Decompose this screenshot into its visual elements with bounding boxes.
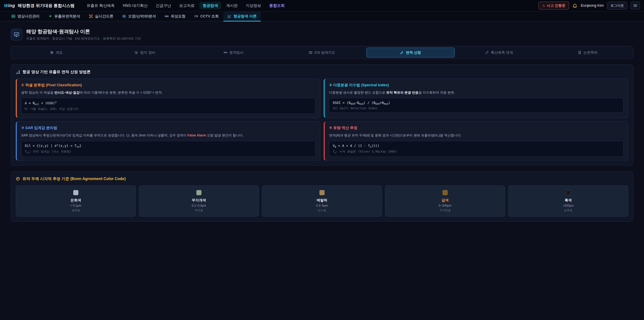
color-swatch (320, 190, 324, 195)
formula-note-text: : 최적 임계값 (국소 적응형) (29, 150, 71, 153)
brand[interactable]: Wing 해양환경 위기대응 통합시스템 (4, 3, 75, 9)
formula-note: Oil Spill Detection Index (333, 107, 620, 110)
formula-block: A = Noil × (GSD)2 N: 기름 픽셀수, GSD: 지상 표본거… (21, 98, 316, 114)
color-swatch (566, 190, 571, 195)
subnav-item-pollution-ship-3d[interactable]: 오염/선박3D분석 (118, 12, 160, 21)
tab-area-calculation[interactable]: 면적 산정 (366, 48, 455, 58)
bonn-name: 갈색 (388, 198, 502, 203)
pencil-icon (400, 51, 404, 54)
formula-text: ) (388, 101, 390, 105)
app-root: Wing 해양환경 위기대응 통합시스템 유출유 확산예측 HNS·대기확산 긴… (0, 0, 644, 320)
subnav-item-image-photo-mgmt[interactable]: 영상사진관리 (8, 12, 44, 21)
subnav-label: 위성요청 (171, 14, 186, 19)
document-icon (578, 51, 582, 54)
method-card-sar-threshold: ③ SAR 임계값 분리법 SAR 영상에서 후방산란계수(σ°)의 임계값 이… (16, 121, 320, 161)
tab-remote-sensing[interactable]: 원격탐사 (189, 48, 278, 58)
bonn-thickness-range: >200μm (511, 204, 625, 207)
warning-icon: ⚠ (542, 4, 545, 7)
tab-diffusion-link[interactable]: 확산예측 연계 (455, 48, 544, 58)
formula-line: OSDI = (BNIR−BRed) / (BNIR+BRed) (333, 101, 620, 105)
bonn-card-rainbow: 무지개색 0.1~0.3μm 박막층 (139, 185, 259, 217)
formula-text: OSDI = (B (333, 101, 351, 105)
bonn-name: 무지개색 (142, 198, 256, 203)
bonn-card-black: 흑색 >200μm 농후층 (508, 185, 628, 217)
subnav-label: 실시간드론 (95, 14, 113, 19)
nav-item-oil-spill-prediction[interactable]: 유출유 확산예측 (83, 2, 118, 10)
subnav-item-cctv-view[interactable]: CCTV 조회 (190, 12, 223, 21)
tab-detection-equipment[interactable]: 탐지 장비 (100, 48, 189, 58)
main-nav: 유출유 확산예측 HNS·대기확산 긴급구난 보고자료 항공탐색 게시판 기상정… (83, 2, 288, 10)
ruler-icon (16, 70, 20, 74)
page-subtitle: 유출유 원격탐지 · 항공감시 기법 · ESI 방제정보지도 · 등록특허 1… (26, 37, 141, 41)
theory-tabbar: 개요 탐지 장비 원격탐사 ESI 방제지도 면적 산정 확산예측 연계 (11, 46, 633, 59)
formula-note: fe: 누적 증발분 (Stiver & Mackay 1984) (333, 150, 620, 154)
app-logo: Wing (4, 3, 15, 8)
formula-block: OSDI = (BNIR−BRed) / (BNIR+BRed) Oil Spi… (329, 98, 624, 113)
subnav-item-aerial-search-theory[interactable]: 항공탐색 이론 (224, 12, 260, 21)
hamburger-menu-button[interactable] (630, 2, 640, 10)
incident-status-label: 사고 진행중 (547, 3, 565, 8)
subnav-label: 오염/선박3D분석 (128, 14, 156, 19)
nav-item-aerial-search[interactable]: 항공탐색 (199, 2, 221, 10)
formula-text: A = N (25, 101, 35, 105)
tab-label: ESI 방제지도 (314, 50, 335, 55)
user-name: Eunjeong Kim (581, 3, 604, 8)
subnav-label: 영상사진관리 (18, 14, 40, 19)
subnav-item-oil-area-analysis[interactable]: 유출유면적분석 (44, 12, 84, 21)
desc-text: 오탐 발생 원인이 됩니다. (206, 133, 243, 137)
bonn-thickness-range: < 0.1μm (19, 204, 133, 207)
bonn-thickness-range: 0.1~0.3μm (142, 204, 256, 207)
subnav-item-realtime-drone[interactable]: 실시간드론 (85, 12, 118, 21)
tab-label: 면적 산정 (406, 50, 421, 55)
bonn-name: 은회색 (19, 198, 133, 203)
nav-item-weather[interactable]: 기상정보 (242, 2, 264, 10)
nav-item-reports[interactable]: 보고자료 (176, 2, 198, 10)
bonn-name: 흑색 (511, 198, 625, 203)
formula-line: Oil = {(x,y) | σ°(x,y) < Tth} (25, 144, 312, 148)
subnav-item-satellite-request[interactable]: 위성요청 (161, 12, 190, 21)
nav-item-board[interactable]: 게시판 (223, 2, 241, 10)
page-header: 해양 항공탐색·원격탐사 이론 유출유 원격탐지 · 항공감시 기법 · ESI… (11, 28, 633, 41)
formula-text: × (GSD) (39, 101, 55, 105)
method-card-desc: 광학 영상의 각 픽셀을 반사도·색상·질감에 따라 기름/해수로 분류, 분류… (21, 90, 316, 95)
link-icon (485, 51, 489, 54)
tab-papers-patents[interactable]: 논문특허 (544, 48, 632, 58)
bell-icon (572, 3, 578, 8)
satellite-icon (165, 14, 169, 18)
bonn-layer-label: 농후층 (511, 208, 625, 212)
desc-strong: 유막 특유의 분광 반응 (386, 91, 418, 94)
page-header-text: 해양 항공탐색·원격탐사 이론 유출유 원격탐지 · 항공감시 기법 · ESI… (26, 28, 141, 41)
method-card-title: ① 픽셀 분류법 (Pixel Classification) (21, 83, 316, 88)
incident-status-badge[interactable]: ⚠ 사고 진행중 (538, 2, 569, 10)
app-title: 해양환경 위기대응 통합시스템 (18, 3, 75, 9)
desc-text: 에 따라 기름/해수로 분류, 분류된 픽셀 수 × GSD² = 면적. (80, 91, 162, 94)
nav-item-hns-air-diffusion[interactable]: HNS·대기확산 (120, 2, 151, 10)
notification-bell-button[interactable] (572, 3, 578, 8)
chart-icon (228, 14, 232, 18)
method-card-spectral-index: ② 다중분광 지수법 (Spectral Index) 다중분광 센서로 촬영한… (324, 79, 628, 118)
image-icon (12, 14, 16, 18)
nav-item-integrated-search[interactable]: 통합조회 (266, 2, 288, 10)
formula-note-text: f (333, 150, 334, 153)
method-card-pixel-classification: ① 픽셀 분류법 (Pixel Classification) 광학 영상의 각… (16, 79, 320, 118)
bonn-name: 메탈릭 (265, 198, 379, 203)
subnav-label: CCTV 조회 (200, 14, 219, 19)
cctv-icon (194, 14, 198, 18)
radar-icon (134, 51, 138, 54)
tab-label: 원격탐사 (229, 50, 243, 55)
tab-overview[interactable]: 개요 (12, 48, 100, 58)
tab-esi-map[interactable]: ESI 방제지도 (278, 48, 366, 58)
nav-item-emergency-rescue[interactable]: 긴급구난 (152, 2, 174, 10)
bonn-section-title: 유막 두께 시각적 추정 기준 (Bonn Agreement Color Co… (16, 176, 628, 181)
formula-block: V0 = A × d / (1 - fe(t)) fe: 누적 증발분 (Sti… (329, 141, 624, 157)
formula-text: (t)) (372, 144, 379, 148)
main-content: 해양 항공탐색·원격탐사 이론 유출유 원격탐지 · 항공감시 기법 · ESI… (0, 22, 644, 240)
tab-label: 논문특허 (584, 50, 598, 55)
formula-sub: th (76, 145, 80, 148)
desc-strong: 반사도·색상·질감 (54, 91, 80, 94)
methods-section-title: 항공 영상 기반 유출유 면적 산정 방법론 (16, 69, 628, 75)
desc-text: 을 지수화하여 자동 분류. (418, 91, 455, 94)
logout-button[interactable]: 로그아웃 (607, 2, 627, 10)
bonn-section-title-text: 유막 두께 시각적 추정 기준 (Bonn Agreement Color Co… (22, 176, 126, 181)
desc-strong: False Alarm (188, 133, 206, 137)
